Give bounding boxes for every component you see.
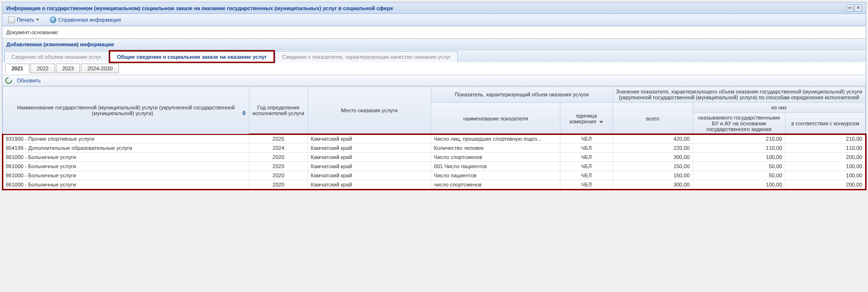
table-row[interactable]: 861000 - Больничные услуги 2020 Камчатск…: [3, 162, 866, 171]
table-row[interactable]: 861000 - Больничные услуги 2020 Камчатск…: [3, 171, 866, 180]
sort-down-icon[interactable]: [242, 113, 246, 116]
year-tab-2021[interactable]: 2021: [5, 64, 29, 73]
tab-volume[interactable]: Сведения об объеме оказания услуг: [4, 51, 109, 62]
help-button[interactable]: ? Справочная информация: [47, 15, 124, 24]
year-tabs: 2021 2022 2023 2024-2030: [2, 62, 866, 75]
main-panel: Информация о государственном (муниципаль…: [2, 2, 866, 190]
grid-body: 931900 - Прочие спортивные услуги 2025 К…: [3, 134, 866, 189]
col-total[interactable]: всего: [613, 103, 693, 134]
print-label: Печать: [17, 17, 34, 23]
section-title: Добавляемая (изменяемая) информация: [2, 39, 866, 50]
data-grid: Наименование государственной (муниципаль…: [2, 86, 866, 189]
help-icon: ?: [50, 16, 56, 23]
table-row[interactable]: 861000 - Больничные услуги 2020 Камчатск…: [3, 180, 866, 189]
window-title: Информация о государственном (муниципаль…: [6, 5, 393, 11]
year-tab-2022[interactable]: 2022: [30, 64, 54, 73]
grid-header: Наименование государственной (муниципаль…: [3, 87, 866, 134]
table-row[interactable]: 861000 - Больничные услуги 2020 Камчатск…: [3, 153, 866, 162]
restore-button[interactable]: ▭: [846, 4, 854, 12]
col-indicator-name[interactable]: наименование показателя: [431, 103, 560, 134]
print-icon: [8, 16, 15, 23]
toolbar: Печать ? Справочная информация: [2, 14, 866, 26]
col-name[interactable]: Наименование государственной (муниципаль…: [3, 87, 249, 134]
table-row[interactable]: 931900 - Прочие спортивные услуги 2025 К…: [3, 134, 866, 144]
grid-toolbar: Обновить: [2, 75, 866, 86]
title-bar: Информация о государственном (муниципаль…: [2, 2, 866, 14]
help-label: Справочная информация: [58, 17, 121, 23]
table-row[interactable]: 854199 - Дополнительные образовательные …: [3, 144, 866, 153]
chevron-down-icon: [36, 19, 39, 21]
tab-general[interactable]: Общие сведения о социальном заказе на ок…: [110, 51, 274, 62]
sort-up-icon[interactable]: [242, 110, 246, 113]
col-indicator-group[interactable]: Показатель, характеризующий объем оказан…: [431, 87, 613, 103]
col-year[interactable]: Год определения исполнителей услуги: [249, 87, 308, 134]
col-place[interactable]: Место оказания услуги: [308, 87, 431, 134]
col-contest[interactable]: в соответствии с конкурсом: [785, 113, 865, 134]
refresh-icon: [4, 76, 13, 85]
doc-base-label: Документ-основание:: [6, 29, 59, 35]
refresh-button[interactable]: Обновить: [14, 77, 44, 84]
main-tabs: Сведения об объеме оказания услуг Общие …: [2, 50, 866, 62]
print-button[interactable]: Печать: [5, 15, 42, 24]
tab-quality[interactable]: Сведения о показателях, характеризующих …: [275, 51, 458, 62]
year-tab-2024-2030[interactable]: 2024-2030: [81, 64, 119, 73]
doc-base-row: Документ-основание:: [2, 26, 866, 39]
col-unit[interactable]: единица измерения: [560, 103, 613, 134]
col-ofthem[interactable]: из них: [693, 103, 865, 113]
col-value-group[interactable]: Значение показателя, характеризующего об…: [613, 87, 866, 103]
sort-desc-icon: [599, 121, 603, 123]
close-button[interactable]: ✕: [855, 4, 862, 12]
year-tab-2023[interactable]: 2023: [56, 64, 80, 73]
col-bu-au[interactable]: оказываемого государственными БУ и АУ на…: [693, 113, 785, 134]
